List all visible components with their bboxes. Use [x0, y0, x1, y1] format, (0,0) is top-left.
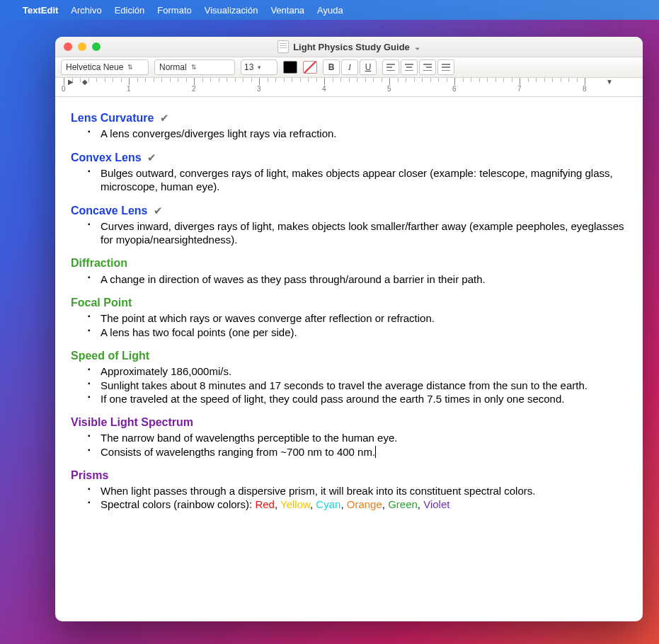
list-item: Spectral colors (rainbow colors): Red, Y…	[71, 498, 627, 511]
ruler-number: 4	[322, 85, 326, 93]
menu-ventana[interactable]: Ventana	[270, 5, 304, 16]
align-center-button[interactable]	[401, 59, 418, 75]
spectral-color: Green	[388, 498, 418, 510]
bullet-list: A change in direction of waves as they p…	[71, 272, 627, 286]
titlebar[interactable]: Light Physics Study Guide ⌄	[55, 37, 643, 57]
chevron-updown-icon: ⇅	[127, 64, 133, 71]
ruler-number: 6	[452, 85, 457, 93]
menu-edicion[interactable]: Edición	[115, 5, 145, 16]
menu-ayuda[interactable]: Ayuda	[317, 5, 343, 16]
checkmark-icon: ✔	[144, 151, 156, 163]
bullet-list: When light passes through a dispersive p…	[71, 484, 627, 511]
list-item: A change in direction of waves as they p…	[71, 272, 627, 286]
bullet-list: The point at which rays or waves converg…	[71, 311, 627, 338]
list-item: The narrow band of wavelengths perceptib…	[71, 431, 627, 444]
font-size-value: 13	[244, 62, 253, 72]
spectral-color: Cyan	[316, 498, 340, 510]
section: PrismsWhen light passes through a disper…	[71, 468, 627, 512]
macos-menubar: TextEdit Archivo Edición Formato Visuali…	[0, 0, 659, 20]
font-style-value: Normal	[159, 62, 187, 72]
text-style-group: B I U	[323, 59, 377, 75]
list-item: Curves inward, diverges rays of light, m…	[71, 219, 627, 246]
bullet-list: Approximately 186,000mi/s.Sunlight takes…	[71, 364, 627, 406]
section: DiffractionA change in direction of wave…	[71, 256, 627, 286]
highlight-color-swatch[interactable]	[303, 61, 317, 74]
section-heading: Convex Lens ✔	[71, 151, 627, 165]
list-item: When light passes through a dispersive p…	[71, 484, 627, 498]
document-icon	[277, 40, 289, 53]
font-family-value: Helvetica Neue	[66, 62, 123, 72]
italic-button[interactable]: I	[341, 59, 358, 75]
section: Concave Lens ✔Curves inward, diverges ra…	[71, 204, 627, 247]
menu-visualizacion[interactable]: Visualización	[205, 5, 258, 16]
ruler-number: 1	[127, 85, 131, 93]
underline-button[interactable]: U	[360, 59, 377, 75]
bullet-list: Curves inward, diverges rays of light, m…	[71, 219, 627, 246]
chevron-updown-icon: ⇅	[191, 64, 197, 71]
list-item: A lens has two focal points (one per sid…	[71, 326, 627, 339]
list-item: Bulges outward, converges rays of light,…	[71, 166, 627, 193]
text-color-swatch[interactable]	[283, 61, 297, 74]
bullet-list: The narrow band of wavelengths perceptib…	[71, 431, 627, 458]
list-item: Approximately 186,000mi/s.	[71, 364, 627, 378]
ruler[interactable]: ▶ ◆ ▼ 012345678	[55, 78, 643, 97]
font-style-select[interactable]: Normal ⇅	[154, 59, 235, 75]
section-heading: Prisms	[71, 468, 627, 483]
alignment-group	[382, 59, 454, 75]
section: Visible Light SpectrumThe narrow band of…	[71, 415, 627, 459]
list-item: Consists of wavelengths ranging from ~70…	[71, 445, 627, 459]
align-justify-button[interactable]	[437, 59, 454, 75]
window-title[interactable]: Light Physics Study Guide ⌄	[55, 40, 643, 53]
align-left-button[interactable]	[382, 59, 399, 75]
chevron-down-icon: ⌄	[414, 42, 420, 52]
section-heading: Diffraction	[71, 256, 627, 270]
checkmark-icon: ✔	[150, 205, 162, 217]
section-heading: Visible Light Spectrum	[71, 415, 627, 430]
bullet-list: Bulges outward, converges rays of light,…	[71, 166, 627, 193]
spectral-color: Yellow	[280, 498, 310, 510]
list-item: If one traveled at the speed of light, t…	[71, 392, 627, 406]
text-caret	[375, 446, 376, 458]
list-item: Sunlight takes about 8 minutes and 17 se…	[71, 379, 627, 392]
ruler-number: 7	[517, 85, 522, 93]
document-window: Light Physics Study Guide ⌄ Helvetica Ne…	[55, 37, 643, 621]
section-heading: Focal Point	[71, 296, 627, 310]
spectral-color: Red	[255, 498, 275, 510]
menu-archivo[interactable]: Archivo	[71, 5, 101, 16]
bullet-list: A lens converges/diverges light rays via…	[71, 127, 627, 140]
list-item: The point at which rays or waves converg…	[71, 311, 627, 325]
app-name[interactable]: TextEdit	[23, 5, 58, 16]
ruler-number: 3	[257, 85, 261, 93]
spectral-color: Orange	[347, 498, 382, 510]
list-item: A lens converges/diverges light rays via…	[71, 127, 627, 140]
align-right-button[interactable]	[419, 59, 436, 75]
section: Lens Curvature ✔A lens converges/diverge…	[71, 111, 627, 141]
format-toolbar: Helvetica Neue ⇅ Normal ⇅ 13 ▾ B I U	[55, 57, 643, 78]
right-indent-marker[interactable]: ▼	[606, 78, 613, 86]
ruler-number: 2	[192, 85, 196, 93]
left-indent-marker[interactable]: ◆	[82, 78, 88, 86]
section: Focal PointThe point at which rays or wa…	[71, 296, 627, 339]
section-heading: Lens Curvature ✔	[71, 111, 627, 125]
window-title-text: Light Physics Study Guide	[293, 42, 410, 52]
bold-button[interactable]: B	[323, 59, 340, 75]
chevron-down-icon: ▾	[258, 64, 261, 71]
ruler-number: 0	[62, 85, 66, 93]
section: Speed of LightApproximately 186,000mi/s.…	[71, 349, 627, 406]
ruler-number: 5	[387, 85, 391, 93]
document-body[interactable]: Lens Curvature ✔A lens converges/diverge…	[55, 97, 643, 621]
ruler-number: 8	[583, 85, 587, 93]
font-size-select[interactable]: 13 ▾	[241, 59, 277, 75]
section-heading: Concave Lens ✔	[71, 204, 627, 218]
checkmark-icon: ✔	[156, 112, 168, 124]
menu-formato[interactable]: Formato	[157, 5, 191, 16]
section-heading: Speed of Light	[71, 349, 627, 363]
spectral-prefix: Spectral colors (rainbow colors):	[101, 498, 255, 510]
first-line-indent-marker[interactable]: ▶	[68, 78, 74, 86]
font-family-select[interactable]: Helvetica Neue ⇅	[61, 59, 149, 75]
spectral-color: Violet	[423, 498, 449, 510]
section: Convex Lens ✔Bulges outward, converges r…	[71, 151, 627, 194]
